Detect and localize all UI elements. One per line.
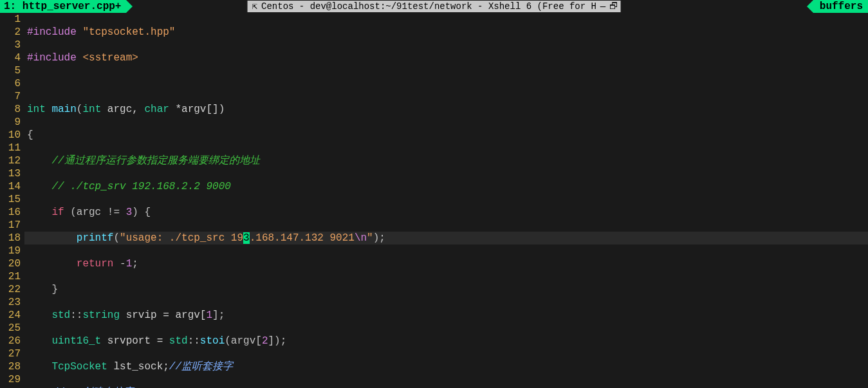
code-line: return -1; [24,257,868,270]
code-line: } [24,283,868,296]
code-line: { [24,129,868,142]
buffers-button[interactable]: buffers [813,0,868,13]
code-line: #include <sstream> [24,51,868,64]
line-gutter: 123 456 789 101112 131415 161718 192021 … [0,13,24,388]
cursor: 3 [243,232,250,244]
code-line: TcpSocket lst_sock;//监听套接字 [24,360,868,373]
code-line: if (argc != 3) { [24,206,868,219]
code-line: #include "tcpsocket.hpp" [24,26,868,39]
tab-filename: http_server.cpp+ [23,1,122,12]
tab-index: 1: [4,1,16,12]
top-bar: 1: http_server.cpp+ ⇱ Centos - dev@local… [0,0,868,13]
maximize-icon[interactable]: 🗗 [609,1,617,12]
code-area[interactable]: #include "tcpsocket.hpp" #include <sstre… [24,13,868,388]
buffer-tab[interactable]: 1: http_server.cpp+ [0,0,126,13]
code-line: // ./tcp_srv 192.168.2.2 9000 [24,180,868,193]
code-line: std::string srvip = argv[1]; [24,309,868,322]
code-editor[interactable]: 123 456 789 101112 131415 161718 192021 … [0,13,868,388]
pin-icon: ⇱ [251,1,259,12]
code-line: int main(int argc, char *argv[]) [24,103,868,116]
cursor-line: printf("usage: ./tcp_src 193.168.147.132… [24,232,868,245]
window-title: ⇱ Centos - dev@localhost:~/91test/networ… [247,1,621,12]
minimize-icon[interactable]: — [599,1,607,12]
code-line [24,77,868,90]
title-text: Centos - dev@localhost:~/91test/network … [261,1,596,12]
code-line: //通过程序运行参数指定服务端要绑定的地址 [24,154,868,167]
code-line: uint16_t srvport = std::stoi(argv[2]); [24,335,868,347]
